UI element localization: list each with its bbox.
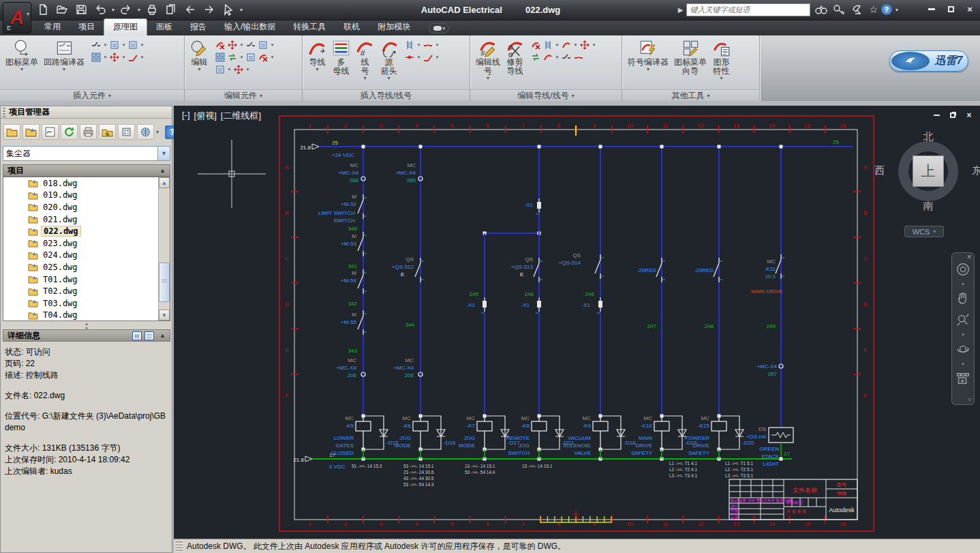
icon-menu-wizard-button[interactable]: 图标菜单 向导: [672, 38, 709, 77]
tab-import-export[interactable]: 输入/输出数据: [215, 19, 284, 35]
insert-catalog-list-icon[interactable]: [127, 39, 139, 50]
wire-number-button[interactable]: 线 号▾: [354, 38, 376, 83]
viewcube-west[interactable]: 西: [874, 164, 885, 177]
project-combo-dropdown-icon[interactable]: ▼: [157, 147, 170, 160]
plot-button[interactable]: [144, 3, 159, 16]
schematic-canvas[interactable]: 1122334455667788991010111112121313141415…: [174, 106, 980, 539]
file-item[interactable]: T03.dwg: [13, 297, 158, 310]
viewport-menu-control[interactable]: [-]: [182, 110, 190, 122]
edit-component-button[interactable]: 编辑▾: [188, 38, 211, 74]
palette-grip[interactable]: [3, 108, 5, 117]
file-list-scrollbar[interactable]: ▲ ▼: [158, 177, 170, 320]
back-button[interactable]: [183, 3, 198, 16]
trim-wire-button[interactable]: 修剪 导线: [504, 38, 526, 77]
minimize-button[interactable]: [925, 4, 938, 14]
viewcube-east[interactable]: 东: [972, 164, 980, 177]
stretch-wire-icon[interactable]: [560, 39, 572, 50]
application-menu-button[interactable]: A E ▾: [3, 2, 31, 33]
file-item[interactable]: T01.dwg: [13, 273, 158, 286]
search-icon[interactable]: [814, 3, 829, 16]
icon-menu-button[interactable]: 图标菜单▾: [3, 38, 40, 74]
help-dropdown-icon[interactable]: ▾: [895, 7, 898, 13]
search-input[interactable]: [686, 3, 810, 16]
move-wire-number-icon[interactable]: [579, 39, 591, 50]
maximize-button[interactable]: [945, 4, 957, 14]
steering-wheel-icon[interactable]: [955, 261, 971, 278]
tab-project[interactable]: 项目: [70, 19, 104, 35]
scroll-up-icon[interactable]: ▲: [159, 177, 170, 188]
publish-button[interactable]: [137, 124, 154, 140]
communication-center-icon[interactable]: [851, 3, 866, 16]
tab-online[interactable]: 联机: [335, 19, 369, 35]
align-icon[interactable]: [245, 39, 257, 50]
tab-home[interactable]: 常用: [35, 19, 70, 35]
project-combo-input[interactable]: [3, 147, 157, 160]
add-rung-icon[interactable]: [542, 39, 554, 50]
flip-wire-number-icon[interactable]: [542, 51, 554, 63]
redo-button[interactable]: [119, 3, 134, 16]
palette-title[interactable]: 项目管理器: [1, 106, 172, 119]
tab-panel[interactable]: 面板: [147, 19, 181, 35]
attribute-editor-icon[interactable]: [214, 63, 226, 75]
delete-wire-number-icon[interactable]: [530, 39, 542, 50]
open-button[interactable]: [55, 3, 70, 16]
file-item[interactable]: 023.dwg: [13, 237, 158, 250]
scroll-down-icon[interactable]: ▼: [159, 310, 170, 320]
favorites-icon[interactable]: ☆: [869, 4, 878, 15]
update-retag-button[interactable]: [99, 124, 116, 140]
redo-dropdown-icon[interactable]: ▾: [138, 7, 140, 13]
symbol-builder-button[interactable]: 符号编译器▾: [626, 38, 671, 74]
navbar-menu-icon[interactable]: ▿: [968, 396, 971, 403]
xunlei-button[interactable]: 迅雷7: [889, 50, 968, 72]
file-item[interactable]: 021.dwg: [13, 213, 158, 226]
toggle-nonc-icon[interactable]: [257, 51, 269, 63]
publish-dropdown-icon[interactable]: ▾: [156, 129, 159, 135]
zoom-dropdown-icon[interactable]: ▾: [962, 333, 964, 336]
fan-in-out-icon[interactable]: [127, 51, 139, 63]
angled-wire-icon[interactable]: [422, 51, 434, 63]
drawing-canvas-area[interactable]: 1122334455667788991010111112121313141415…: [174, 106, 980, 539]
details-section-header[interactable]: 详细信息 ▤ ◫ ▲: [3, 329, 170, 342]
insert-component-list-icon[interactable]: [90, 39, 102, 50]
viewcube-south[interactable]: 南: [884, 200, 973, 213]
visual-style-control[interactable]: [二维线框]: [221, 110, 261, 122]
details-preview-icon[interactable]: ◫: [144, 331, 154, 340]
copy-component-icon[interactable]: [214, 51, 226, 63]
command-line-grip[interactable]: [176, 541, 183, 552]
infocenter-expand-icon[interactable]: ▶: [678, 6, 684, 14]
pan-icon[interactable]: [955, 290, 971, 307]
toolbar-options-icon[interactable]: ▾: [240, 7, 243, 13]
project-wizard-button[interactable]: [42, 124, 59, 140]
mark-verify-button[interactable]: [118, 124, 135, 140]
collapse-icon[interactable]: ▲: [159, 167, 166, 174]
viewcube-north[interactable]: 北: [884, 130, 973, 143]
wcs-dropdown[interactable]: WCS▾: [904, 226, 944, 237]
file-item[interactable]: T04.dwg: [13, 310, 158, 321]
projects-section-header[interactable]: 项目▲: [3, 164, 170, 177]
details-list-view-icon[interactable]: ▤: [132, 331, 142, 340]
doc-restore-button[interactable]: [949, 111, 957, 119]
move-component-icon[interactable]: [232, 63, 245, 75]
doc-close-button[interactable]: ×: [965, 111, 973, 119]
file-item[interactable]: 019.dwg: [13, 190, 158, 202]
subscription-key-icon[interactable]: [832, 3, 847, 16]
orbit-icon[interactable]: [955, 341, 971, 357]
file-item[interactable]: 025.dwg: [13, 261, 158, 273]
insert-user-circuit-icon[interactable]: [90, 51, 102, 63]
retag-icon[interactable]: [245, 51, 257, 63]
open-project-button[interactable]: [3, 124, 20, 140]
wire-type-icon[interactable]: [560, 51, 572, 63]
wheel-dropdown-icon[interactable]: ▾: [962, 282, 964, 286]
help-icon[interactable]: ?: [881, 4, 892, 15]
panel-title-insert-components[interactable]: 插入元件▾: [0, 89, 184, 101]
circuit-builder-button[interactable]: 回路编译器▾: [42, 38, 87, 74]
undo-button[interactable]: [93, 3, 108, 16]
zoom-icon[interactable]: [955, 312, 971, 328]
source-arrow-button[interactable]: 源 箭头▾: [378, 38, 400, 83]
surfer-icon[interactable]: [257, 39, 269, 50]
tab-addins[interactable]: 附加模块: [369, 19, 419, 35]
tab-reports[interactable]: 报告: [181, 19, 215, 35]
file-item-active[interactable]: 022.dwg: [13, 225, 158, 237]
multiple-bus-button[interactable]: 多 母线: [330, 38, 352, 77]
wire-color-icon[interactable]: [572, 51, 585, 63]
